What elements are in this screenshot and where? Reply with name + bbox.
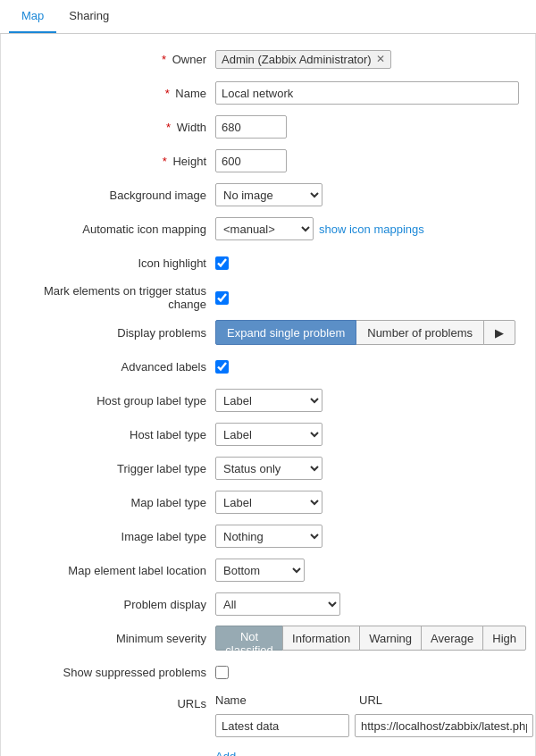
severity-not-classified-button[interactable]: Not classified [215,626,283,651]
problem-display-select[interactable]: All Separated Unacknowledged [215,592,340,616]
add-url-link[interactable]: Add [215,750,236,756]
icon-highlight-checkbox[interactable] [215,256,229,270]
map-label-type-row: Map label type Label IP Name [10,490,526,515]
owner-label: * Owner [10,53,215,66]
name-control [215,81,526,105]
advanced-labels-row: Advanced labels [10,354,526,379]
show-icon-mappings-link[interactable]: show icon mappings [319,223,424,236]
min-severity-label: Minimum severity [10,632,215,645]
url-col-url: URL [359,693,536,707]
host-group-label-type-label: Host group label type [10,394,215,407]
bg-image-control: No image [215,183,526,206]
label-location-row: Map element label location Bottom Top Le… [10,558,526,583]
severity-high-button[interactable]: High [482,626,526,651]
form-container: * Owner Admin (Zabbix Administrator) ✕ *… [0,34,536,756]
image-label-type-label: Image label type [10,530,215,543]
display-problems-control: Expand single problem Number of problems… [215,320,526,345]
display-problems-row: Display problems Expand single problem N… [10,320,526,345]
width-label: * Width [10,121,215,134]
advanced-labels-label: Advanced labels [10,360,215,374]
required-star: * [163,155,167,168]
bg-image-row: Background image No image [10,182,526,207]
url-value-input[interactable] [355,714,533,737]
severity-information-button[interactable]: Information [282,626,360,651]
problem-display-control: All Separated Unacknowledged [215,592,526,616]
height-row: * Height [10,148,526,173]
icon-mapping-select[interactable]: <manual> [215,217,314,240]
mark-elements-label: Mark elements on trigger status change [10,284,215,311]
icon-highlight-label: Icon highlight [10,256,215,270]
width-control [215,115,526,139]
owner-row: * Owner Admin (Zabbix Administrator) ✕ [10,46,526,71]
mark-elements-checkbox[interactable] [215,291,229,305]
label-location-select[interactable]: Bottom Top Left Right [215,559,305,582]
required-star: * [166,121,171,134]
mark-elements-row: Mark elements on trigger status change [10,284,526,311]
trigger-label-type-label: Trigger label type [10,462,215,475]
close-icon[interactable]: ✕ [376,53,385,65]
urls-row: URLs Name URL Add [10,693,526,756]
advanced-labels-control [215,360,526,374]
icon-mapping-row: Automatic icon mapping <manual> show ico… [10,216,526,241]
image-label-type-control: Nothing Label Name [215,525,526,548]
name-input[interactable] [215,81,519,105]
height-label: * Height [10,155,215,168]
url-row-0 [215,714,533,737]
owner-tag: Admin (Zabbix Administrator) ✕ [215,50,391,69]
map-label-type-select[interactable]: Label IP Name [215,491,322,514]
host-label-type-select[interactable]: Label IP Name [215,423,322,446]
tab-map[interactable]: Map [9,0,56,33]
severity-group: Not classified Information Warning Avera… [215,626,526,651]
label-location-control: Bottom Top Left Right [215,559,526,582]
map-label-type-label: Map label type [10,496,215,509]
display-problems-group: Expand single problem Number of problems… [215,320,515,345]
url-name-input[interactable] [215,714,349,737]
urls-label: URLs [10,693,215,710]
trigger-label-type-control: Status only Label Name [215,457,526,480]
show-suppressed-label: Show suppressed problems [10,666,215,679]
host-group-label-type-row: Host group label type Label IP Name [10,388,526,413]
image-label-type-select[interactable]: Nothing Label Name [215,525,322,548]
show-suppressed-control [215,666,526,679]
icon-highlight-row: Icon highlight [10,250,526,275]
map-label-type-control: Label IP Name [215,491,526,514]
width-input[interactable] [215,115,287,139]
name-row: * Name [10,80,526,105]
tab-bar: Map Sharing [0,0,536,34]
number-of-p-button[interactable]: ▶ [483,320,515,345]
trigger-label-type-select[interactable]: Status only Label Name [215,457,322,480]
advanced-labels-checkbox[interactable] [215,360,229,374]
bg-image-select[interactable]: No image [215,183,322,206]
problem-display-row: Problem display All Separated Unacknowle… [10,592,526,617]
show-suppressed-row: Show suppressed problems [10,659,526,685]
image-label-type-row: Image label type Nothing Label Name [10,524,526,549]
owner-value: Admin (Zabbix Administrator) [222,53,372,66]
host-label-type-row: Host label type Label IP Name [10,422,526,447]
url-col-name: Name [215,693,354,707]
severity-warning-button[interactable]: Warning [359,626,422,651]
host-group-label-type-select[interactable]: Label IP Name [215,389,322,412]
required-star: * [165,87,170,100]
host-label-type-control: Label IP Name [215,423,526,446]
expand-single-problem-button[interactable]: Expand single problem [215,320,356,345]
bg-image-label: Background image [10,189,215,202]
severity-average-button[interactable]: Average [421,626,483,651]
icon-mapping-label: Automatic icon mapping [10,223,215,236]
width-row: * Width [10,114,526,139]
trigger-label-type-row: Trigger label type Status only Label Nam… [10,456,526,481]
owner-control: Admin (Zabbix Administrator) ✕ [215,50,526,69]
required-star: * [162,53,166,66]
display-problems-label: Display problems [10,326,215,340]
min-severity-row: Minimum severity Not classified Informat… [10,626,526,651]
mark-elements-control [215,291,526,305]
problem-display-label: Problem display [10,598,215,611]
tab-sharing[interactable]: Sharing [56,0,121,33]
host-group-label-type-control: Label IP Name [215,389,526,412]
icon-highlight-control [215,256,526,270]
show-suppressed-checkbox[interactable] [215,666,229,679]
url-headers: Name URL [215,693,536,707]
number-of-problems-button[interactable]: Number of problems [356,320,484,345]
height-input[interactable] [215,149,287,172]
icon-mapping-control: <manual> show icon mappings [215,217,526,240]
urls-control: Name URL Add [215,693,536,756]
